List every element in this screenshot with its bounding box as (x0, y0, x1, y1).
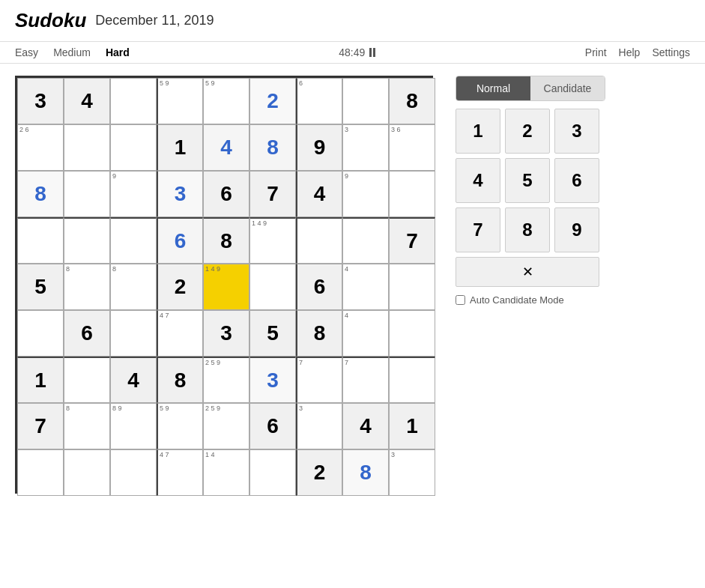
cell[interactable]: 5 9 (157, 403, 203, 449)
cell[interactable]: 8 (249, 124, 296, 171)
cell[interactable]: 4 (203, 124, 249, 171)
auto-candidate-checkbox[interactable] (456, 295, 465, 305)
nav-hard[interactable]: Hard (106, 46, 130, 58)
cell[interactable] (389, 310, 435, 357)
cell[interactable]: 4 7 (157, 310, 203, 357)
num-btn-2[interactable]: 2 (505, 109, 550, 154)
num-btn-3[interactable]: 3 (554, 109, 599, 154)
cell[interactable]: 4 (296, 171, 342, 217)
cell[interactable] (110, 449, 157, 496)
cell[interactable] (296, 217, 342, 264)
cell[interactable]: 2 5 9 (203, 403, 249, 449)
cell[interactable] (17, 217, 64, 264)
cell[interactable]: 6 (64, 310, 110, 357)
cell[interactable]: 1 4 9 (249, 217, 296, 264)
cell[interactable] (17, 310, 64, 357)
cell[interactable] (249, 264, 296, 310)
cell[interactable] (110, 78, 157, 124)
cell[interactable]: 5 (17, 264, 64, 310)
nav-settings[interactable]: Settings (652, 46, 690, 58)
cell[interactable]: 3 (203, 310, 249, 357)
cell[interactable]: 6 (203, 171, 249, 217)
cell[interactable]: 3 (296, 403, 342, 449)
cell[interactable]: 8 (64, 264, 110, 310)
mode-candidate[interactable]: Candidate (530, 76, 605, 100)
num-btn-1[interactable]: 1 (456, 109, 500, 154)
cell[interactable]: 1 4 (203, 449, 249, 496)
cell[interactable]: 7 (17, 403, 64, 449)
cell[interactable]: 9 (342, 171, 389, 217)
num-btn-7[interactable]: 7 (456, 207, 500, 252)
cell[interactable]: 4 7 (157, 449, 203, 496)
cell[interactable] (389, 171, 435, 217)
nav-medium[interactable]: Medium (53, 46, 91, 58)
cell[interactable]: 2 6 (17, 124, 64, 171)
cell[interactable] (17, 449, 64, 496)
cell[interactable]: 2 (249, 78, 296, 124)
cell[interactable]: 1 4 9 (203, 264, 249, 310)
num-btn-9[interactable]: 9 (554, 207, 599, 252)
pause-icon[interactable] (369, 48, 375, 57)
cell[interactable]: 6 (249, 403, 296, 449)
cell[interactable] (249, 449, 296, 496)
cell[interactable]: 8 (17, 171, 64, 217)
cell[interactable]: 5 9 (157, 78, 203, 124)
cell[interactable]: 2 (296, 449, 342, 496)
cell[interactable]: 8 (296, 310, 342, 357)
cell[interactable]: 4 (110, 357, 157, 403)
cell[interactable] (389, 357, 435, 403)
cell[interactable]: 4 (342, 264, 389, 310)
cell[interactable]: 7 (342, 357, 389, 403)
nav-help[interactable]: Help (619, 46, 641, 58)
cell[interactable]: 7 (249, 171, 296, 217)
cell[interactable]: 1 (389, 403, 435, 449)
num-btn-4[interactable]: 4 (456, 158, 500, 203)
cell[interactable] (64, 124, 110, 171)
nav-easy[interactable]: Easy (15, 46, 38, 58)
cell[interactable]: 8 (389, 78, 435, 124)
cell[interactable]: 7 (389, 217, 435, 264)
cell[interactable] (64, 357, 110, 403)
cell[interactable] (110, 217, 157, 264)
cell[interactable] (64, 449, 110, 496)
mode-normal[interactable]: Normal (456, 76, 530, 100)
cell[interactable]: 2 (157, 264, 203, 310)
cell[interactable] (389, 264, 435, 310)
nav-print[interactable]: Print (585, 46, 607, 58)
cell[interactable]: 9 (296, 124, 342, 171)
cell[interactable]: 8 (342, 449, 389, 496)
cell[interactable]: 8 (110, 264, 157, 310)
cell[interactable]: 3 (249, 357, 296, 403)
cell[interactable]: 5 (249, 310, 296, 357)
cell[interactable] (64, 217, 110, 264)
cell[interactable]: 6 (296, 264, 342, 310)
cell[interactable] (110, 310, 157, 357)
num-btn-5[interactable]: 5 (505, 158, 550, 203)
cell[interactable]: 5 9 (203, 78, 249, 124)
cell[interactable] (64, 171, 110, 217)
cell[interactable]: 1 (157, 124, 203, 171)
cell[interactable]: 4 (64, 78, 110, 124)
cell[interactable]: 1 (17, 357, 64, 403)
cell[interactable]: 4 (342, 310, 389, 357)
cell[interactable] (342, 217, 389, 264)
cell[interactable]: 6 (157, 217, 203, 264)
cell[interactable]: 3 (17, 78, 64, 124)
clear-button[interactable]: ✕ (456, 257, 599, 287)
cell[interactable]: 9 (110, 171, 157, 217)
cell[interactable]: 4 (342, 403, 389, 449)
cell[interactable]: 3 (342, 124, 389, 171)
num-btn-8[interactable]: 8 (505, 207, 550, 252)
cell[interactable]: 2 5 9 (203, 357, 249, 403)
cell[interactable] (342, 78, 389, 124)
cell[interactable]: 6 (296, 78, 342, 124)
cell[interactable] (110, 124, 157, 171)
cell[interactable]: 8 (64, 403, 110, 449)
cell[interactable]: 7 (296, 357, 342, 403)
cell[interactable]: 8 9 (110, 403, 157, 449)
num-btn-6[interactable]: 6 (554, 158, 599, 203)
cell[interactable]: 3 6 (389, 124, 435, 171)
cell[interactable]: 3 (389, 449, 435, 496)
cell[interactable]: 8 (203, 217, 249, 264)
cell[interactable]: 8 (157, 357, 203, 403)
